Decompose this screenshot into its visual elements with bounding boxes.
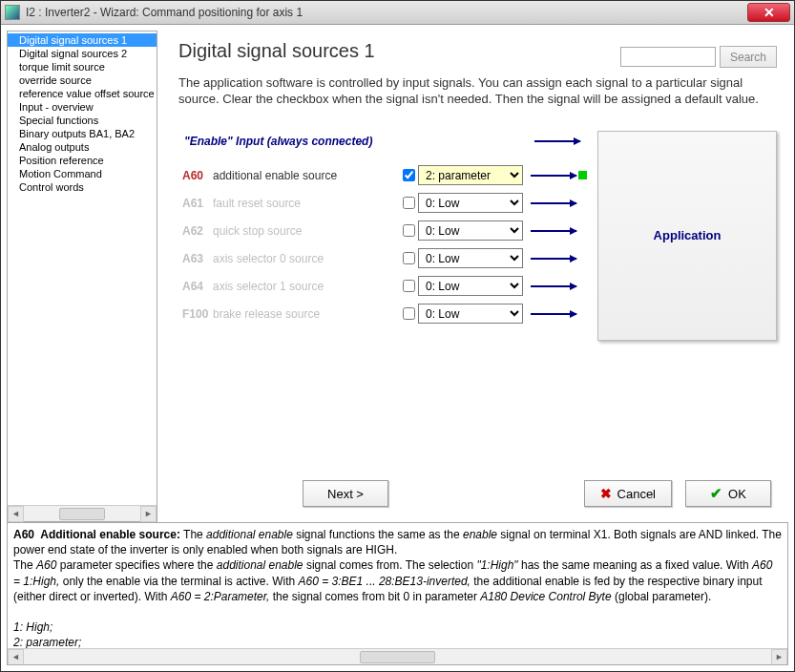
window-title: I2 : Inverter2 - Wizard: Command positio… bbox=[26, 6, 747, 19]
sidebar-item[interactable]: Digital signal sources 1 bbox=[8, 33, 157, 47]
arrow-icon bbox=[531, 285, 576, 287]
param-id: A63 bbox=[178, 252, 213, 265]
param-select[interactable]: 0: Low bbox=[418, 220, 523, 241]
close-button[interactable]: ✕ bbox=[747, 3, 790, 22]
arrow-icon bbox=[531, 230, 576, 232]
param-label: brake release source bbox=[213, 307, 399, 321]
param-select[interactable]: 0: Low bbox=[418, 193, 523, 213]
scroll-left-icon[interactable]: ◄ bbox=[8, 649, 24, 665]
scroll-track[interactable] bbox=[24, 507, 140, 521]
application-box: Application bbox=[597, 131, 777, 341]
sidebar-item[interactable]: Digital signal sources 2 bbox=[8, 47, 157, 60]
scroll-thumb[interactable] bbox=[59, 508, 106, 520]
sidebar: Digital signal sources 1Digital signal s… bbox=[7, 31, 157, 522]
sidebar-item[interactable]: override source bbox=[8, 74, 157, 87]
scroll-track[interactable] bbox=[24, 650, 771, 664]
param-select[interactable]: 0: Low bbox=[418, 276, 523, 296]
search-input[interactable] bbox=[620, 47, 716, 67]
param-id: A62 bbox=[178, 224, 213, 238]
param-checkbox[interactable] bbox=[403, 307, 415, 320]
param-label: fault reset source bbox=[213, 197, 399, 210]
ok-button[interactable]: ✔OK bbox=[685, 480, 771, 507]
sidebar-tree[interactable]: Digital signal sources 1Digital signal s… bbox=[8, 32, 157, 505]
application-label: Application bbox=[654, 228, 722, 242]
help-panel: A60 Additional enable source: The additi… bbox=[7, 522, 788, 665]
arrow-icon bbox=[531, 202, 576, 204]
help-content: A60 Additional enable source: The additi… bbox=[8, 523, 787, 648]
param-id: A64 bbox=[178, 280, 213, 293]
param-select[interactable]: 2: parameter bbox=[418, 165, 523, 185]
button-row: Next > ✖Cancel ✔OK bbox=[178, 472, 777, 516]
param-id: A61 bbox=[178, 197, 213, 210]
param-select[interactable]: 0: Low bbox=[418, 304, 523, 324]
check-icon: ✔ bbox=[710, 485, 722, 502]
cancel-button[interactable]: ✖Cancel bbox=[584, 480, 672, 507]
param-label: additional enable source bbox=[213, 169, 399, 182]
param-select[interactable]: 0: Low bbox=[418, 248, 523, 268]
param-checkbox[interactable] bbox=[403, 169, 415, 181]
sidebar-item[interactable]: Control words bbox=[8, 180, 157, 194]
page-description: The application software is controlled b… bbox=[178, 75, 777, 108]
arrow-icon bbox=[534, 140, 580, 142]
sidebar-hscroll[interactable]: ◄ ► bbox=[8, 505, 157, 521]
sidebar-item[interactable]: Binary outputs BA1, BA2 bbox=[8, 127, 157, 140]
green-indicator bbox=[578, 171, 587, 179]
param-checkbox[interactable] bbox=[403, 280, 415, 292]
enable-input-label: "Enable" Input (always connected) bbox=[178, 135, 403, 148]
signals-area: "Enable" Input (always connected) A60add… bbox=[178, 131, 777, 331]
arrow-icon bbox=[531, 175, 576, 177]
x-icon: ✖ bbox=[600, 486, 612, 501]
app-icon bbox=[5, 5, 20, 20]
sidebar-item[interactable]: Special functions bbox=[8, 114, 157, 127]
next-button[interactable]: Next > bbox=[303, 480, 388, 507]
param-id: A60 bbox=[178, 169, 213, 182]
page-title: Digital signal sources 1 bbox=[178, 40, 375, 62]
param-checkbox[interactable] bbox=[403, 224, 415, 237]
param-checkbox[interactable] bbox=[403, 197, 415, 209]
sidebar-item[interactable]: Input - overview bbox=[8, 100, 157, 114]
sidebar-item[interactable]: torque limit source bbox=[8, 60, 157, 74]
arrow-icon bbox=[531, 258, 576, 260]
sidebar-item[interactable]: Motion Command bbox=[8, 167, 157, 180]
search-button[interactable]: Search bbox=[720, 46, 777, 68]
sidebar-item[interactable]: Analog outputs bbox=[8, 140, 157, 154]
scroll-left-icon[interactable]: ◄ bbox=[8, 506, 24, 522]
param-id: F100 bbox=[178, 307, 213, 321]
titlebar: I2 : Inverter2 - Wizard: Command positio… bbox=[1, 1, 794, 25]
param-label: axis selector 1 source bbox=[213, 280, 399, 293]
main-panel: Digital signal sources 1 Search The appl… bbox=[161, 31, 788, 522]
sidebar-item[interactable]: Position reference bbox=[8, 154, 157, 167]
param-label: quick stop source bbox=[213, 224, 399, 238]
sidebar-item[interactable]: reference value offset source bbox=[8, 87, 157, 100]
scroll-thumb[interactable] bbox=[360, 651, 434, 663]
scroll-right-icon[interactable]: ► bbox=[140, 506, 157, 522]
arrow-icon bbox=[531, 313, 576, 315]
param-label: axis selector 0 source bbox=[213, 252, 399, 265]
param-checkbox[interactable] bbox=[403, 252, 415, 264]
help-hscroll[interactable]: ◄ ► bbox=[8, 648, 787, 664]
scroll-right-icon[interactable]: ► bbox=[771, 649, 787, 665]
wizard-window: I2 : Inverter2 - Wizard: Command positio… bbox=[0, 0, 795, 672]
